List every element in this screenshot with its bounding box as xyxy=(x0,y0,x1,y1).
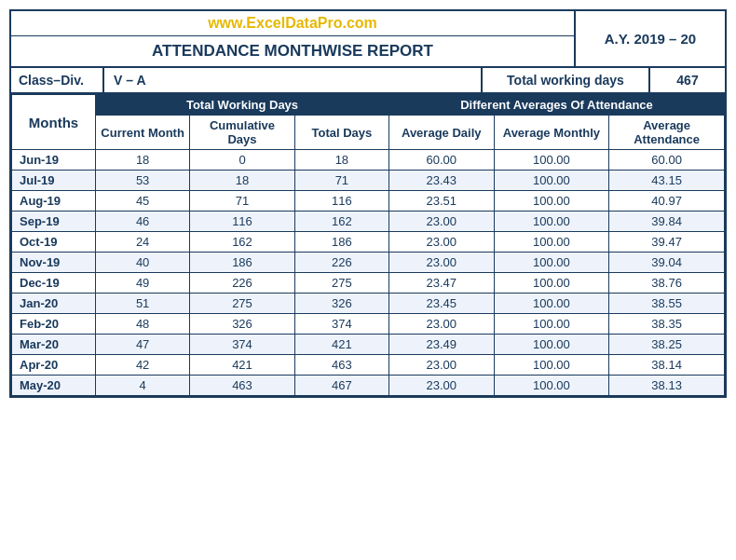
cell-total: 467 xyxy=(294,376,388,396)
cell-total: 162 xyxy=(294,212,388,232)
class-label: Class–Div. xyxy=(11,68,104,92)
group2-header: Different Averages Of Attendance xyxy=(389,95,725,116)
table-row: Oct-19 24 162 186 23.00 100.00 39.47 xyxy=(12,232,725,253)
report-title: ATTENDANCE MONTHWISE REPORT xyxy=(143,36,443,66)
table-row: Feb-20 48 326 374 23.00 100.00 38.35 xyxy=(12,314,725,335)
cell-avg-monthly: 100.00 xyxy=(494,212,609,232)
cell-avg-monthly: 100.00 xyxy=(494,232,609,253)
cell-avg-attendance: 38.25 xyxy=(609,335,725,355)
cell-cumulative: 162 xyxy=(190,232,295,253)
cell-current: 40 xyxy=(96,253,190,273)
cell-avg-daily: 23.00 xyxy=(389,232,495,253)
attendance-table: Months Total Working Days Different Aver… xyxy=(11,94,725,396)
table-row: Apr-20 42 421 463 23.00 100.00 38.14 xyxy=(12,355,725,376)
header-ay-section: A.Y. 2019 – 20 xyxy=(576,11,725,66)
cell-month: May-20 xyxy=(12,376,96,396)
report-container: www.ExcelDataPro.com ATTENDANCE MONTHWIS… xyxy=(9,9,727,398)
cell-cumulative: 226 xyxy=(190,273,295,294)
header-title-section: www.ExcelDataPro.com ATTENDANCE MONTHWIS… xyxy=(11,11,576,66)
class-value: V – A xyxy=(104,68,483,92)
cell-cumulative: 463 xyxy=(190,376,295,396)
cell-avg-monthly: 100.00 xyxy=(494,294,609,314)
col-avg-daily: Average Daily xyxy=(389,116,495,150)
website-link: www.ExcelDataPro.com xyxy=(11,11,574,36)
cell-avg-daily: 23.00 xyxy=(389,212,495,232)
cell-cumulative: 0 xyxy=(190,150,295,171)
working-days-value: 467 xyxy=(650,68,725,92)
cell-month: Dec-19 xyxy=(12,273,96,294)
table-row: Nov-19 40 186 226 23.00 100.00 39.04 xyxy=(12,253,725,273)
cell-month: Apr-20 xyxy=(12,355,96,376)
cell-avg-attendance: 38.76 xyxy=(609,273,725,294)
cell-avg-monthly: 100.00 xyxy=(494,191,609,212)
table-row: Mar-20 47 374 421 23.49 100.00 38.25 xyxy=(12,335,725,355)
cell-cumulative: 421 xyxy=(190,355,295,376)
cell-avg-attendance: 39.84 xyxy=(609,212,725,232)
cell-month: Aug-19 xyxy=(12,191,96,212)
working-days-label: Total working days xyxy=(483,68,650,92)
cell-current: 4 xyxy=(96,376,190,396)
table-row: May-20 4 463 467 23.00 100.00 38.13 xyxy=(12,376,725,396)
cell-current: 48 xyxy=(96,314,190,335)
cell-total: 421 xyxy=(294,335,388,355)
cell-total: 463 xyxy=(294,355,388,376)
cell-avg-daily: 23.51 xyxy=(389,191,495,212)
cell-avg-monthly: 100.00 xyxy=(494,150,609,171)
cell-avg-daily: 23.47 xyxy=(389,273,495,294)
cell-current: 42 xyxy=(96,355,190,376)
cell-avg-attendance: 38.13 xyxy=(609,376,725,396)
cell-avg-attendance: 43.15 xyxy=(609,171,725,191)
cell-avg-daily: 23.43 xyxy=(389,171,495,191)
cell-avg-monthly: 100.00 xyxy=(494,171,609,191)
cell-avg-attendance: 40.97 xyxy=(609,191,725,212)
cell-month: Sep-19 xyxy=(12,212,96,232)
cell-total: 275 xyxy=(294,273,388,294)
cell-avg-monthly: 100.00 xyxy=(494,273,609,294)
header-top: www.ExcelDataPro.com ATTENDANCE MONTHWIS… xyxy=(11,11,725,68)
cell-avg-daily: 23.00 xyxy=(389,253,495,273)
table-row: Aug-19 45 71 116 23.51 100.00 40.97 xyxy=(12,191,725,212)
cell-cumulative: 71 xyxy=(190,191,295,212)
col-avg-attendance: Average Attendance xyxy=(609,116,725,150)
cell-current: 51 xyxy=(96,294,190,314)
cell-cumulative: 275 xyxy=(190,294,295,314)
ay-label: A.Y. 2019 – 20 xyxy=(605,31,696,47)
cell-month: Oct-19 xyxy=(12,232,96,253)
cell-avg-attendance: 38.35 xyxy=(609,314,725,335)
cell-total: 326 xyxy=(294,294,388,314)
col-total-days: Total Days xyxy=(294,116,388,150)
class-row: Class–Div. V – A Total working days 467 xyxy=(11,68,725,94)
group1-header: Total Working Days xyxy=(96,95,389,116)
cell-current: 45 xyxy=(96,191,190,212)
cell-avg-attendance: 60.00 xyxy=(609,150,725,171)
cell-cumulative: 186 xyxy=(190,253,295,273)
cell-current: 49 xyxy=(96,273,190,294)
cell-month: Jan-20 xyxy=(12,294,96,314)
col-cumulative-days: Cumulative Days xyxy=(190,116,295,150)
col-avg-monthly: Average Monthly xyxy=(494,116,609,150)
cell-avg-attendance: 38.14 xyxy=(609,355,725,376)
cell-total: 186 xyxy=(294,232,388,253)
cell-month: Mar-20 xyxy=(12,335,96,355)
cell-avg-monthly: 100.00 xyxy=(494,335,609,355)
cell-current: 18 xyxy=(96,150,190,171)
cell-avg-daily: 60.00 xyxy=(389,150,495,171)
cell-cumulative: 374 xyxy=(190,335,295,355)
cell-cumulative: 18 xyxy=(190,171,295,191)
cell-current: 53 xyxy=(96,171,190,191)
cell-avg-monthly: 100.00 xyxy=(494,355,609,376)
cell-current: 24 xyxy=(96,232,190,253)
table-row: Dec-19 49 226 275 23.47 100.00 38.76 xyxy=(12,273,725,294)
cell-avg-daily: 23.45 xyxy=(389,294,495,314)
cell-current: 46 xyxy=(96,212,190,232)
col-current-month: Current Month xyxy=(96,116,190,150)
months-header: Months xyxy=(12,95,96,150)
cell-cumulative: 116 xyxy=(190,212,295,232)
cell-month: Nov-19 xyxy=(12,253,96,273)
cell-month: Jun-19 xyxy=(12,150,96,171)
cell-current: 47 xyxy=(96,335,190,355)
table-row: Jan-20 51 275 326 23.45 100.00 38.55 xyxy=(12,294,725,314)
table-row: Jul-19 53 18 71 23.43 100.00 43.15 xyxy=(12,171,725,191)
table-section: Months Total Working Days Different Aver… xyxy=(11,94,725,396)
cell-avg-daily: 23.00 xyxy=(389,355,495,376)
